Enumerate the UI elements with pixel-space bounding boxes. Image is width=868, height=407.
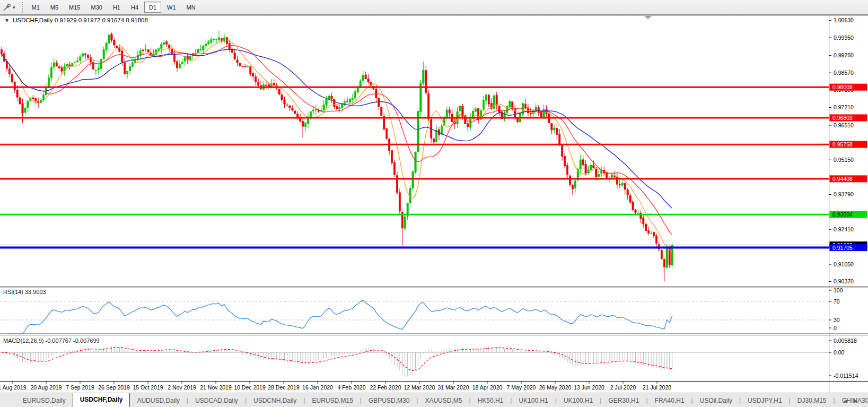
svg-text:1.00630: 1.00630 [834, 17, 854, 23]
svg-text:100: 100 [834, 287, 843, 293]
svg-text:0.99250: 0.99250 [834, 52, 854, 58]
svg-text:0.95150: 0.95150 [834, 157, 854, 163]
svg-text:0.96510: 0.96510 [834, 122, 854, 128]
svg-text:0.90370: 0.90370 [834, 278, 854, 284]
svg-text:0.99950: 0.99950 [834, 34, 854, 41]
chart-tab-usoil-daily[interactable]: USOil,Daily [693, 395, 739, 407]
chart-symbol-dropdown-icon[interactable]: ▼ [4, 18, 10, 23]
svg-text:20 Aug 2019: 20 Aug 2019 [31, 384, 62, 391]
svg-text:0.00: 0.00 [834, 349, 845, 356]
svg-text:12 Mar 2020: 12 Mar 2020 [404, 384, 435, 391]
svg-text:26 Sep 2019: 26 Sep 2019 [98, 384, 130, 391]
tf-button-h4[interactable]: H4 [126, 2, 143, 13]
svg-text:0.94408: 0.94408 [832, 176, 853, 182]
svg-text:2 Nov 2019: 2 Nov 2019 [168, 384, 196, 391]
tab-nav-right-icon[interactable]: ► [853, 398, 864, 404]
chart-tab-audusd-daily[interactable]: AUDUSD,Daily [130, 395, 187, 407]
chart-tab-eurusd-daily[interactable]: EURUSD,Daily [16, 395, 73, 407]
tab-navigation: ◄► [843, 398, 864, 404]
macd-indicator-label: MACD(12,26,9) -0.007767 -0.007699 [3, 337, 100, 344]
tf-button-d1[interactable]: D1 [144, 2, 161, 13]
svg-text:-0.011514: -0.011514 [834, 373, 858, 379]
chart-tab-bar: EURUSD,DailyUSDCHF,DailyAUDUSD,Daily|USD… [0, 393, 868, 407]
tf-button-m15[interactable]: M15 [64, 2, 85, 13]
rsi-indicator-label: RSI(14) 33.9003 [3, 289, 46, 295]
svg-text:0.97210: 0.97210 [834, 104, 854, 110]
svg-text:0.93004: 0.93004 [832, 211, 853, 218]
chart-svg[interactable]: 1.006300.999500.992500.985700.978900.972… [0, 15, 868, 393]
svg-text:4 Feb 2020: 4 Feb 2020 [337, 384, 365, 391]
svg-text:16 Jan 2020: 16 Jan 2020 [302, 384, 333, 391]
timeframe-buttons: M1M5M15M30H1H4D1W1MN [27, 2, 201, 13]
svg-text:7 May 2020: 7 May 2020 [507, 384, 536, 391]
svg-text:2 Jul 2020: 2 Jul 2020 [610, 384, 636, 391]
tf-button-h1[interactable]: H1 [108, 2, 125, 13]
chart-area[interactable]: 1.006300.999500.992500.985700.978900.972… [0, 15, 868, 393]
svg-text:21 Jul 2020: 21 Jul 2020 [643, 384, 671, 391]
chart-tab-dj30-m15[interactable]: DJ30,M15 [791, 395, 834, 407]
svg-text:0.93790: 0.93790 [834, 191, 854, 197]
svg-text:70: 70 [834, 298, 840, 305]
trading-platform-window: ▾ M1M5M15M30H1H4D1W1MN 1.006300.999500.9… [0, 0, 868, 407]
svg-text:0.005818: 0.005818 [834, 337, 857, 344]
chart-tab-uk100-h1[interactable]: UK100,H1 [512, 395, 555, 407]
chart-tab-ger30-h1[interactable]: GER30,H1 [601, 395, 646, 407]
chart-tab-eurusd-m15[interactable]: EURUSD,M15 [305, 395, 360, 407]
chart-tabs: EURUSD,DailyUSDCHF,DailyAUDUSD,Daily|USD… [16, 393, 868, 407]
svg-text:22 Feb 2020: 22 Feb 2020 [370, 384, 401, 391]
chart-tab-xauusd-m5[interactable]: XAUUSD,M5 [418, 395, 469, 407]
svg-text:18 Apr 2020: 18 Apr 2020 [472, 384, 503, 391]
svg-text:31 Mar 2020: 31 Mar 2020 [438, 384, 469, 391]
tf-button-mn[interactable]: MN [182, 2, 200, 13]
timeframe-toolbar: ▾ M1M5M15M30H1H4D1W1MN [0, 0, 868, 15]
svg-text:28 Dec 2019: 28 Dec 2019 [268, 384, 300, 391]
chart-tab-usdcnh-daily[interactable]: USDCNH,Daily [247, 395, 303, 407]
svg-text:0.92410: 0.92410 [834, 226, 854, 232]
svg-text:0: 0 [834, 325, 837, 331]
svg-text:30: 30 [834, 317, 840, 323]
svg-text:10 Dec 2019: 10 Dec 2019 [234, 384, 266, 391]
chart-tab-usdjpy-h1[interactable]: USDJPY,H1 [741, 395, 788, 407]
tf-button-m1[interactable]: M1 [27, 2, 45, 13]
svg-text:0.91050: 0.91050 [834, 261, 854, 267]
svg-text:26 May 2020: 26 May 2020 [539, 384, 572, 391]
svg-text:0.95758: 0.95758 [832, 141, 853, 148]
svg-text:13 Jun 2020: 13 Jun 2020 [574, 384, 604, 391]
tf-button-m30[interactable]: M30 [86, 2, 107, 13]
chart-tab-fra40-h1[interactable]: FRA40,H1 [648, 395, 691, 407]
tab-nav-left-icon[interactable]: ◄ [843, 398, 853, 404]
chart-tab-uk100-h1[interactable]: UK100,H1 [557, 395, 600, 407]
svg-text:15 Oct 2019: 15 Oct 2019 [133, 384, 163, 391]
chart-tab-usdcad-daily[interactable]: USDCAD,Daily [188, 395, 245, 407]
chart-title-symbol: USDCHF,Daily [13, 17, 53, 23]
svg-text:0.96803: 0.96803 [832, 115, 853, 121]
tool-dropdown-caret-icon[interactable]: ▾ [13, 5, 15, 10]
svg-text:7 Sep 2019: 7 Sep 2019 [66, 384, 94, 391]
tf-button-m5[interactable]: M5 [46, 2, 63, 13]
toolbar-grip-handle[interactable] [22, 2, 23, 13]
chart-tab-gbpusd-m30[interactable]: GBPUSD,M30 [362, 395, 416, 407]
svg-text:0.98008: 0.98008 [832, 84, 853, 90]
tf-button-w1[interactable]: W1 [162, 2, 181, 13]
crosshair-tool-icon[interactable]: ▾ [1, 2, 17, 13]
svg-text:21 Nov 2019: 21 Nov 2019 [200, 384, 232, 391]
svg-text:1 Aug 2019: 1 Aug 2019 [0, 384, 27, 391]
svg-text:0.98570: 0.98570 [834, 70, 854, 76]
chart-tab-hk50-h1[interactable]: HK50,H1 [471, 395, 511, 407]
chart-tab-usdchf-daily[interactable]: USDCHF,Daily [73, 393, 130, 407]
crosshair-glyph [3, 3, 11, 12]
svg-text:0.91705: 0.91705 [832, 245, 853, 251]
chart-title-ohlc: 0.91929 0.91972 0.91674 0.91808 [55, 17, 148, 23]
